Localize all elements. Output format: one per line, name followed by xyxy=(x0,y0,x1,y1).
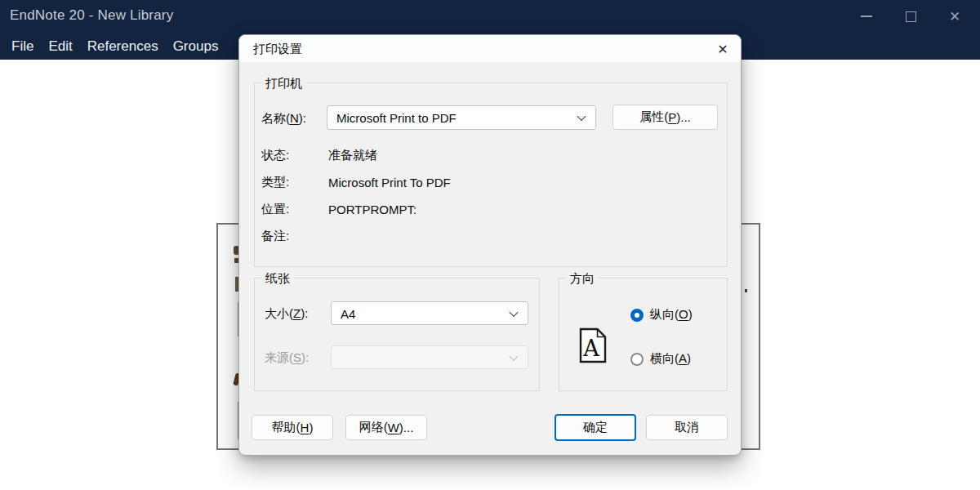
status-value: 准备就绪 xyxy=(328,148,377,163)
location-value: PORTPROMPT: xyxy=(328,203,416,216)
paper-groupbox: 纸张 大小(Z): A4 来源(S): xyxy=(254,278,540,391)
landscape-radio[interactable]: 横向(A) xyxy=(630,351,691,367)
status-label: 状态: xyxy=(261,148,328,163)
paper-size-label: 大小(Z): xyxy=(265,306,308,322)
chevron-down-icon xyxy=(577,112,586,121)
chevron-down-icon xyxy=(509,307,518,316)
printer-comment-row: 备注: xyxy=(261,223,719,250)
paper-size-value: A4 xyxy=(341,306,355,320)
paper-source-dropdown xyxy=(331,345,528,369)
portrait-radio[interactable]: 纵向(O) xyxy=(630,307,693,323)
maximize-button[interactable] xyxy=(889,0,933,33)
minimize-button[interactable] xyxy=(844,0,889,33)
menu-item-file[interactable]: File xyxy=(11,38,33,55)
printer-type-row: 类型: Microsoft Print To PDF xyxy=(261,169,719,196)
printer-name-dropdown[interactable]: Microsoft Print to PDF xyxy=(327,105,596,130)
obscured-fragment xyxy=(745,289,747,292)
comment-label: 备注: xyxy=(261,229,328,244)
page-icon-letter: A xyxy=(582,336,599,361)
properties-button[interactable]: 属性(P)... xyxy=(612,105,718,130)
menu-item-edit[interactable]: Edit xyxy=(48,38,72,55)
cancel-button[interactable]: 取消 xyxy=(646,415,728,440)
printer-status-row: 状态: 准备就绪 xyxy=(261,142,719,169)
dialog-close-button[interactable]: ✕ xyxy=(711,38,734,60)
printer-groupbox: 打印机 名称(N): Microsoft Print to PDF 属性(P).… xyxy=(254,82,728,267)
printer-info-rows: 状态: 准备就绪 类型: Microsoft Print To PDF 位置: … xyxy=(261,142,719,250)
location-label: 位置: xyxy=(261,202,328,217)
network-button[interactable]: 网络(W)... xyxy=(345,415,427,440)
orientation-group-legend: 方向 xyxy=(566,271,599,285)
dialog-title: 打印设置 xyxy=(253,42,302,57)
menu-item-groups[interactable]: Groups xyxy=(173,38,219,55)
radio-selected-icon xyxy=(630,309,644,322)
close-button[interactable]: ✕ xyxy=(933,0,977,33)
window-controls: ✕ xyxy=(844,0,977,33)
printer-name-label: 名称(N): xyxy=(261,111,306,127)
close-icon: ✕ xyxy=(949,10,960,24)
paper-group-legend: 纸张 xyxy=(261,271,294,285)
window-title: EndNote 20 - New Library xyxy=(10,7,173,24)
dialog-close-icon: ✕ xyxy=(717,42,728,57)
ok-button[interactable]: 确定 xyxy=(555,414,636,441)
print-setup-dialog: 打印设置 ✕ 打印机 名称(N): Microsoft Print to PDF… xyxy=(238,34,742,456)
paper-source-label: 来源(S): xyxy=(265,350,309,366)
type-label: 类型: xyxy=(261,175,328,190)
portrait-radio-label: 纵向(O) xyxy=(650,307,693,323)
landscape-radio-label: 横向(A) xyxy=(650,351,691,367)
radio-unselected-icon xyxy=(630,353,644,366)
minimize-icon xyxy=(861,16,872,17)
maximize-icon xyxy=(906,11,916,22)
printer-name-value: Microsoft Print to PDF xyxy=(336,111,457,125)
printer-group-legend: 打印机 xyxy=(261,76,306,90)
portrait-page-icon: A xyxy=(579,327,607,363)
orientation-groupbox: 方向 A 纵向(O) 横向(A) xyxy=(559,278,728,391)
chevron-down-icon xyxy=(509,351,518,360)
app-titlebar: EndNote 20 - New Library ✕ xyxy=(0,0,980,33)
type-value: Microsoft Print To PDF xyxy=(328,176,451,189)
menu-item-references[interactable]: References xyxy=(87,38,158,55)
help-button[interactable]: 帮助(H) xyxy=(252,415,333,440)
dialog-titlebar: 打印设置 ✕ xyxy=(239,35,741,62)
printer-location-row: 位置: PORTPROMPT: xyxy=(261,196,719,223)
paper-size-dropdown[interactable]: A4 xyxy=(331,301,528,325)
